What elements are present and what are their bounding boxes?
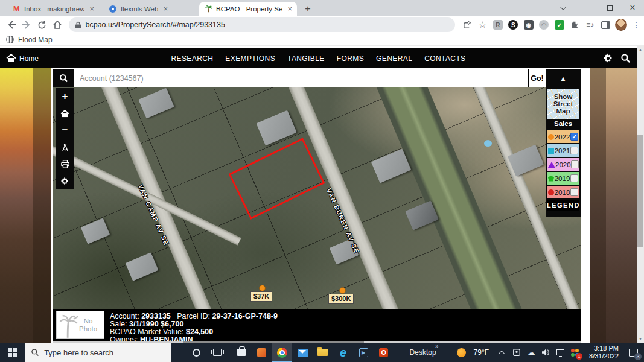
movies-tv-icon[interactable]: ▶ — [353, 343, 374, 362]
no-photo-text: No Photo — [76, 317, 100, 333]
onedrive-cloud-icon[interactable]: ☁ — [526, 348, 536, 357]
nav-item-general[interactable]: GENERAL — [376, 54, 412, 63]
panel-collapse-button[interactable]: ▲ — [546, 69, 581, 87]
map-pool — [484, 140, 492, 147]
year-checkbox[interactable] — [570, 147, 578, 154]
account-search-input[interactable] — [74, 69, 528, 87]
desktop-toolbar[interactable]: » Desktop — [410, 348, 436, 357]
nav-item-research[interactable]: RESEARCH — [171, 54, 213, 63]
vertical-scrollbar[interactable]: ▲ ▼ — [637, 46, 644, 343]
address-bar[interactable]: bcpao.us/PropertySearch/#/map/2933135 — [69, 17, 455, 32]
sale-price-label[interactable]: $300K — [328, 294, 354, 304]
sale-marker-dot[interactable] — [339, 287, 346, 294]
nav-home[interactable]: Home — [6, 54, 39, 63]
microsoft-store-icon[interactable] — [231, 343, 252, 362]
taskbar-clock[interactable]: 3:18 PM 8/31/2022 — [589, 345, 619, 360]
aerial-map-canvas[interactable]: VAN CAMP AV SE VAN BUREN AV SE $37K $300… — [53, 87, 581, 309]
measure-icon[interactable] — [56, 139, 74, 155]
zoom-out-icon[interactable]: − — [56, 122, 74, 138]
tab-gmail[interactable]: M Inbox - makingbrevardhome@g × — [7, 2, 99, 16]
tab-bcpao-active[interactable]: BCPAO - Property Search × — [199, 2, 297, 16]
weather-sun-icon[interactable] — [457, 348, 466, 357]
nav-item-tangible[interactable]: TANGIBLE — [287, 54, 325, 63]
sales-year-row-2020[interactable]: 2020 — [547, 158, 579, 171]
extension-check-icon[interactable]: ✓ — [553, 18, 566, 31]
start-button[interactable] — [0, 343, 25, 362]
bookmark-flood-map[interactable]: Flood Map — [18, 36, 53, 44]
sales-year-row-2019[interactable]: 2019 — [547, 172, 579, 185]
property-info-bar: No Photo Account: 2933135 Parcel ID: 29-… — [53, 309, 581, 341]
teams-tray-icon[interactable] — [512, 348, 521, 357]
app-icon-orange[interactable] — [252, 343, 272, 362]
profile-avatar[interactable] — [614, 18, 627, 31]
zoom-in-icon[interactable]: + — [56, 89, 74, 104]
tab-close-icon[interactable]: × — [163, 4, 168, 13]
share-icon[interactable] — [460, 17, 475, 33]
extension-camera-icon[interactable]: ◉ — [522, 18, 535, 31]
sales-year-row-2018[interactable]: 2018 — [547, 186, 579, 198]
tab-close-icon[interactable]: × — [287, 4, 292, 13]
year-checkbox[interactable] — [571, 160, 579, 168]
media-list-icon[interactable]: ≡♪ — [584, 18, 596, 31]
sale-price-label[interactable]: $37K — [250, 291, 272, 302]
scroll-up-icon[interactable]: ▲ — [637, 46, 644, 54]
year-checkbox[interactable] — [570, 188, 578, 196]
browser-menu-icon[interactable]: ⋮ — [630, 18, 642, 31]
nav-item-contacts[interactable]: CONTACTS — [424, 54, 465, 63]
palm-icon — [204, 5, 212, 13]
extension-circle-icon[interactable]: ◠ — [538, 18, 550, 31]
chrome-taskbar-icon[interactable] — [272, 343, 293, 362]
file-explorer-icon[interactable] — [313, 343, 333, 362]
extension-r-icon[interactable]: R — [491, 18, 504, 31]
home-icon[interactable] — [49, 17, 65, 33]
taskbar-search[interactable]: Type here to search — [25, 343, 171, 362]
tab-flexmls[interactable]: flexmls Web × — [104, 2, 196, 16]
task-view-icon[interactable] — [207, 343, 228, 362]
tab-search-chevron-icon[interactable] — [552, 0, 575, 16]
chevron-expand-icon[interactable]: » — [435, 343, 439, 349]
back-icon[interactable] — [4, 17, 19, 33]
restore-button[interactable] — [598, 0, 621, 16]
map-settings-gear-icon[interactable] — [56, 173, 74, 189]
forward-icon[interactable] — [19, 17, 34, 33]
extensions-puzzle-icon[interactable] — [569, 18, 581, 31]
sale-marker-dot[interactable] — [259, 285, 266, 291]
map-home-icon[interactable] — [56, 106, 74, 121]
minimize-button[interactable] — [575, 0, 598, 16]
go-button[interactable]: Go! — [528, 69, 546, 87]
cortana-icon[interactable] — [187, 343, 207, 362]
volume-icon[interactable] — [541, 348, 550, 357]
legend-button[interactable]: LEGEND — [547, 200, 579, 211]
lock-icon — [75, 21, 81, 29]
close-button[interactable]: × — [621, 0, 644, 16]
home-icon — [6, 54, 16, 63]
new-tab-button[interactable]: + — [302, 3, 314, 15]
show-street-map-button[interactable]: Show Street Map — [547, 89, 579, 119]
network-icon[interactable] — [555, 348, 565, 357]
office-icon[interactable]: O — [374, 343, 394, 362]
reload-icon[interactable] — [34, 17, 49, 33]
hidden-icons-chevron[interactable] — [497, 348, 507, 357]
flexmls-icon — [109, 5, 117, 13]
side-panel-icon[interactable] — [599, 18, 612, 31]
year-checkbox[interactable] — [570, 133, 578, 141]
vscroll-thumb[interactable] — [637, 135, 643, 247]
notification-center-icon[interactable]: 3 — [628, 348, 638, 357]
print-icon[interactable] — [56, 156, 74, 172]
scroll-down-icon[interactable]: ▼ — [637, 335, 644, 343]
mail-icon[interactable] — [292, 343, 313, 362]
bookmark-star-icon[interactable]: ☆ — [475, 17, 490, 33]
temperature-label[interactable]: 79°F — [474, 348, 489, 357]
settings-gear-icon[interactable] — [603, 53, 613, 63]
internet-explorer-icon[interactable]: e — [333, 343, 354, 362]
extension-s-icon[interactable]: S — [507, 18, 520, 31]
site-nav: Home RESEARCH EXEMPTIONS TANGIBLE FORMS … — [0, 48, 637, 68]
year-checkbox[interactable] — [570, 174, 578, 182]
nav-item-forms[interactable]: FORMS — [337, 54, 364, 63]
site-search-icon[interactable] — [620, 53, 631, 63]
security-tray-icon[interactable]: 1 — [570, 348, 579, 357]
nav-item-exemptions[interactable]: EXEMPTIONS — [225, 54, 275, 63]
sales-year-row-2022[interactable]: 2022 — [547, 130, 579, 143]
tab-close-icon[interactable]: × — [89, 4, 94, 13]
sales-year-row-2021[interactable]: 2021 — [547, 144, 579, 157]
